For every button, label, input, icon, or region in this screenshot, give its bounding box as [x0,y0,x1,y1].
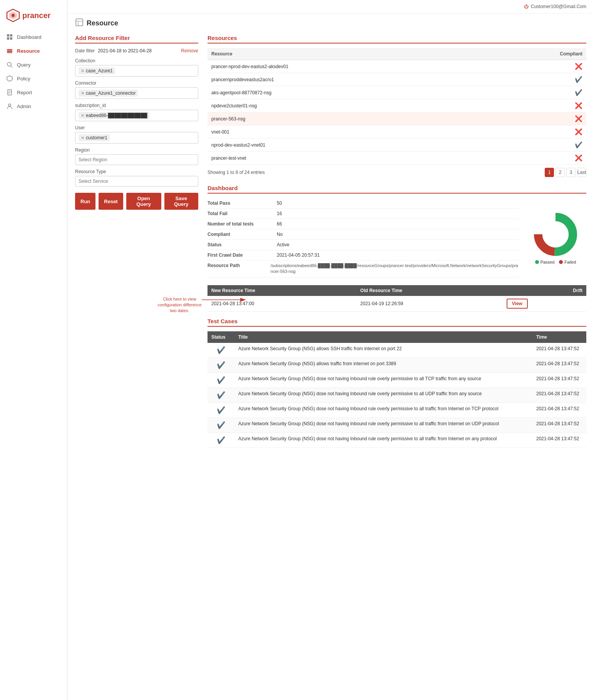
shield-icon [6,75,13,82]
drift-section: Click here to view configuration differe… [207,285,586,312]
connector-tag-remove[interactable]: ✕ [81,91,84,96]
sidebar-item-report[interactable]: Report [0,85,67,99]
save-query-button[interactable]: Save Query [164,193,198,210]
svg-rect-3 [7,34,9,37]
test-time-cell: 2021-04-28 13:47:52 [532,433,586,448]
logo-icon [6,8,20,22]
svg-rect-6 [10,37,12,40]
date-filter-label: Date filter [75,48,95,53]
test-pass-icon: ✔️ [217,391,225,399]
service-input[interactable] [75,176,198,187]
stat-total-tests: Number of total tests 66 [207,219,519,229]
time-col-header: Time [532,331,586,343]
page-btn-last[interactable]: Last [577,168,586,177]
view-drift-button[interactable]: View [507,299,528,309]
test-title-cell: Azure Network Security Group (NSG) dose … [234,433,532,448]
region-label: Region [75,147,198,153]
test-time-cell: 2021-04-28 13:47:52 [532,418,586,433]
table-row[interactable]: aks-agentpool-88770872-nsg✔️ [207,86,586,99]
collection-tag-remove[interactable]: ✕ [81,68,84,74]
subscription-input[interactable]: ✕ eabeed86-████████████ [75,110,198,121]
test-title-cell: Azure Network Security Group (NSG) dose … [234,388,532,403]
subscription-row: subscription_id ✕ eabeed86-████████████ [75,103,198,121]
sidebar-item-resource[interactable]: Resource [0,44,67,58]
list-item: ✔️Azure Network Security Group (NSG) dos… [207,418,586,433]
click-hint-text: Click here to view configuration differe… [157,296,202,314]
dashboard-stats: Total Pass 50 Total Fail 16 Number of to… [207,198,519,277]
user-tag-remove[interactable]: ✕ [81,135,84,140]
sidebar-label-resource: Resource [17,48,40,54]
test-pass-icon: ✔️ [217,436,225,444]
test-pass-icon: ✔️ [217,376,225,384]
collection-tag: ✕ case_Azure1 [79,67,115,74]
list-item: ✔️Azure Network Security Group (NSG) dos… [207,433,586,448]
page-btn-3[interactable]: 3 [566,168,576,177]
open-query-button[interactable]: Open Query [126,193,161,210]
hint-arrow-icon [202,296,248,306]
layers-icon [6,47,13,54]
table-row[interactable]: npdeve2cluster01-nsg❌ [207,99,586,112]
fail-icon: ❌ [575,129,582,135]
compliant-status: ✔️ [487,86,586,99]
table-row[interactable]: prancer-563-nsg❌ [207,112,586,125]
connector-tag: ✕ case_Azure1_connector [79,90,138,97]
reset-button[interactable]: Reset [99,193,123,210]
resource-type-row: Resource Type [75,169,198,187]
test-cases-title: Test Cases [207,318,586,327]
date-filter-row: Date filter 2021-04-18 to 2021-04-28 Rem… [75,48,198,53]
drift-view-cell: View [503,296,586,312]
table-row[interactable]: nprod-dev-eastus2-vnet01✔️ [207,139,586,152]
table-row[interactable]: vnet-001❌ [207,125,586,139]
test-status-cell: ✔️ [207,418,234,433]
subscription-tag-remove[interactable]: ✕ [81,113,84,118]
legend-passed: Passed [535,260,555,264]
user-input[interactable]: ✕ customer1 [75,132,198,144]
test-title-cell: Azure Network Security Group (NSG) dose … [234,373,532,388]
table-row[interactable]: prancer-test-vnet❌ [207,152,586,165]
compliant-status: ❌ [487,99,586,112]
sidebar-item-query[interactable]: Query [0,58,67,72]
table-row[interactable]: prancernproddeveastus2acro1✔️ [207,73,586,86]
page-btn-2[interactable]: 2 [556,168,565,177]
test-cases-table: Status Title Time ✔️Azure Network Securi… [207,331,586,448]
page-layout: Add Resource Filter Date filter 2021-04-… [67,28,594,454]
sidebar-item-policy[interactable]: Policy [0,72,67,85]
stat-resource-path: Resource Path /subscriptions/eabeed86-██… [207,261,519,277]
resources-table: Resource Compliant prancer-nprod-dev-eas… [207,48,586,165]
run-button[interactable]: Run [75,193,95,210]
test-pass-icon: ✔️ [217,406,225,414]
collection-input[interactable]: ✕ case_Azure1 [75,65,198,77]
page-title: Resource [87,19,118,27]
sidebar-item-dashboard[interactable]: Dashboard [0,30,67,44]
left-panel: Add Resource Filter Date filter 2021-04-… [75,35,198,448]
svg-rect-5 [7,37,9,40]
resource-name: nprod-dev-eastus2-vnet01 [207,139,487,152]
connector-input[interactable]: ✕ case_Azure1_connector [75,87,198,99]
remove-filter-link[interactable]: Remove [181,48,198,53]
svg-rect-17 [76,19,83,26]
compliant-status: ❌ [487,60,586,73]
add-filter-title: Add Resource Filter [75,35,198,43]
compliant-status: ✔️ [487,73,586,86]
main-content: ⏻ Customer100@Gmail.Com Resource Add Res… [67,0,594,700]
sidebar-label-policy: Policy [17,76,30,82]
drift-row: 2021-04-28 13:47:00 2021-04-19 12:26:59 … [207,296,586,312]
region-input[interactable] [75,154,198,165]
list-item: ✔️Azure Network Security Group (NSG) dos… [207,403,586,418]
dashboard-content: Total Pass 50 Total Fail 16 Number of to… [207,198,586,277]
svg-rect-7 [7,49,12,50]
test-time-cell: 2021-04-28 13:47:52 [532,358,586,373]
test-title-cell: Azure Network Security Group (NSG) dose … [234,418,532,433]
table-row[interactable]: prancer-nprod-dev-eastus2-aksdev01❌ [207,60,586,73]
test-status-cell: ✔️ [207,343,234,358]
test-title-cell: Azure Network Security Group (NSG) allow… [234,358,532,373]
subscription-tag: ✕ eabeed86-████████████ [79,112,149,119]
fail-icon: ❌ [575,155,582,161]
test-title-cell: Azure Network Security Group (NSG) dose … [234,403,532,418]
sidebar-item-admin[interactable]: Admin [0,99,67,113]
page-btn-1[interactable]: 1 [545,168,554,177]
grid-icon [6,33,13,40]
resource-name: npdeve2cluster01-nsg [207,99,487,112]
fail-icon: ❌ [575,63,582,70]
svg-rect-8 [7,51,12,52]
